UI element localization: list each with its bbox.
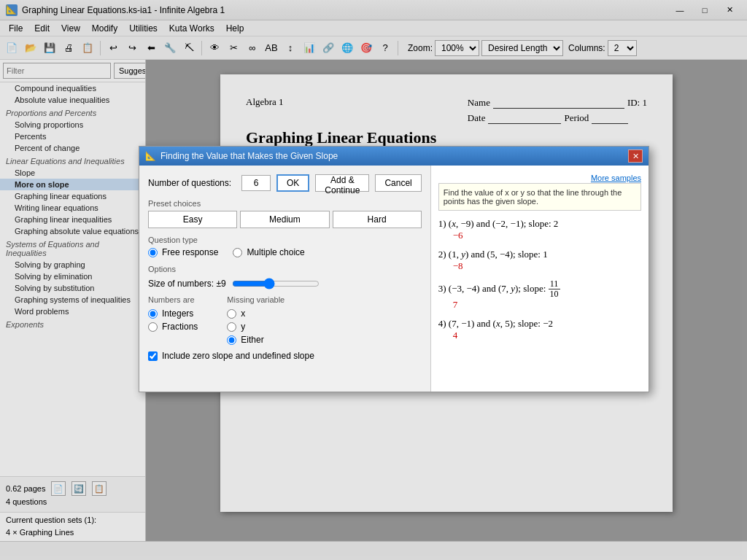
y-radio[interactable] bbox=[227, 322, 236, 332]
x-radio[interactable] bbox=[227, 309, 236, 319]
add-continue-button[interactable]: Add & Continue bbox=[315, 174, 369, 192]
size-row: Size of numbers: ±9 bbox=[148, 278, 422, 289]
preview-answer-4: 4 bbox=[453, 330, 641, 341]
dialog-close-button[interactable]: ✕ bbox=[628, 149, 643, 163]
preview-item-2: 2) (1, y) and (5, −4); slope: 1 −8 bbox=[438, 249, 641, 272]
preview-item-1: 1) (x, −9) and (−2, −1); slope: 2 −6 bbox=[438, 218, 641, 241]
integers-row: Integers bbox=[148, 308, 198, 319]
dialog-right: More samples Find the value of x or y so… bbox=[431, 166, 649, 392]
preview-item-4: 4) (7, −1) and (x, 5); slope: −2 4 bbox=[438, 318, 641, 341]
dialog-overlay: 📐 Finding the Value that Makes the Given… bbox=[0, 0, 747, 560]
fractions-label: Fractions bbox=[162, 322, 198, 332]
zero-slope-row: Include zero slope and undefined slope bbox=[148, 351, 422, 361]
y-row: y bbox=[227, 322, 270, 332]
more-samples-link[interactable]: More samples bbox=[591, 174, 641, 182]
numbers-col: Numbers are Integers Fractions bbox=[148, 295, 212, 332]
qtype-options: Free response Multiple choice bbox=[148, 247, 422, 257]
options-section: Options Size of numbers: ±9 Numbers are … bbox=[148, 265, 422, 361]
zero-slope-checkbox[interactable] bbox=[148, 351, 158, 361]
x-row: x bbox=[227, 308, 270, 319]
multiple-choice-radio[interactable] bbox=[233, 248, 242, 257]
fractions-radio[interactable] bbox=[148, 322, 158, 332]
dialog-left: Number of questions: OK Add & Continue C… bbox=[139, 166, 431, 392]
preview-instruction: Find the value of x or y so that the lin… bbox=[438, 183, 641, 211]
num-questions-input[interactable] bbox=[241, 175, 271, 191]
size-slider[interactable] bbox=[232, 278, 320, 289]
preview-item-3: 3) (−3, −4) and (7, y); slope: 11 10 7 bbox=[438, 279, 641, 311]
numbers-missing-row: Numbers are Integers Fractions bbox=[148, 295, 422, 345]
hard-button[interactable]: Hard bbox=[333, 211, 422, 228]
free-response-label: Free response bbox=[162, 247, 218, 257]
cancel-button[interactable]: Cancel bbox=[375, 174, 421, 192]
dialog-title: Finding the Value that Makes the Given S… bbox=[160, 151, 338, 161]
fractions-row: Fractions bbox=[148, 322, 198, 332]
qtype-section: Question type Free response Multiple cho… bbox=[148, 236, 422, 257]
either-row: Either bbox=[227, 335, 270, 345]
integers-label: Integers bbox=[162, 308, 193, 319]
numbers-are-label: Numbers are bbox=[148, 295, 212, 304]
easy-button[interactable]: Easy bbox=[148, 211, 237, 228]
free-response-radio[interactable] bbox=[148, 248, 158, 257]
num-questions-row: Number of questions: OK Add & Continue C… bbox=[148, 174, 422, 192]
preset-title: Preset choices bbox=[148, 199, 422, 208]
multiple-choice-row: Multiple choice bbox=[233, 247, 304, 257]
either-label: Either bbox=[241, 335, 263, 345]
preset-section: Preset choices Easy Medium Hard bbox=[148, 199, 422, 228]
dialog-titlebar: 📐 Finding the Value that Makes the Given… bbox=[139, 147, 649, 166]
free-response-row: Free response bbox=[148, 247, 218, 257]
medium-button[interactable]: Medium bbox=[240, 211, 329, 228]
missing-col: Missing variable x y Eithe bbox=[227, 295, 285, 345]
options-title: Options bbox=[148, 265, 422, 273]
dialog-icon: 📐 bbox=[145, 151, 156, 161]
ok-button[interactable]: OK bbox=[276, 174, 309, 192]
more-samples-row: More samples bbox=[438, 173, 641, 183]
num-questions-label: Number of questions: bbox=[148, 178, 236, 188]
qtype-title: Question type bbox=[148, 236, 422, 244]
preview-answer-1: −6 bbox=[453, 230, 641, 241]
x-label: x bbox=[241, 308, 245, 319]
integers-radio[interactable] bbox=[148, 309, 158, 319]
preview-items: 1) (x, −9) and (−2, −1); slope: 2 −6 2) … bbox=[438, 218, 641, 341]
multiple-choice-label: Multiple choice bbox=[247, 247, 304, 257]
preset-buttons: Easy Medium Hard bbox=[148, 211, 422, 228]
dialog-title-left: 📐 Finding the Value that Makes the Given… bbox=[145, 151, 338, 161]
dialog: 📐 Finding the Value that Makes the Given… bbox=[139, 146, 649, 392]
missing-var-label: Missing variable bbox=[227, 295, 285, 304]
size-label: Size of numbers: ±9 bbox=[148, 279, 226, 289]
preview-answer-3: 7 bbox=[453, 299, 641, 311]
preview-answer-2: −8 bbox=[453, 260, 641, 272]
dialog-body: Number of questions: OK Add & Continue C… bbox=[139, 166, 649, 392]
zero-slope-label: Include zero slope and undefined slope bbox=[162, 351, 314, 361]
either-radio[interactable] bbox=[227, 335, 236, 345]
y-label: y bbox=[241, 322, 245, 332]
slope-fraction: 11 10 bbox=[549, 279, 560, 299]
